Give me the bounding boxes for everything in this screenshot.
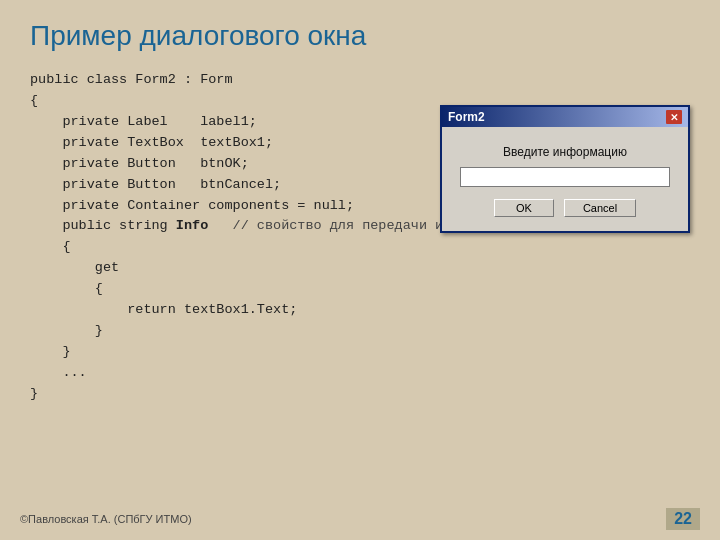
dialog-input-field[interactable]: [460, 167, 670, 187]
code-text: }: [30, 321, 103, 342]
dialog-label: Введите информацию: [503, 145, 627, 159]
code-line: return textBox1.Text;: [30, 300, 690, 321]
code-line: public class Form2 : Form: [30, 70, 690, 91]
code-text: private Button btnCancel;: [30, 175, 281, 196]
code-line: }: [30, 384, 690, 405]
code-text: }: [30, 384, 38, 405]
dialog-ok-button[interactable]: OK: [494, 199, 554, 217]
dialog-cancel-button[interactable]: Cancel: [564, 199, 636, 217]
code-line: }: [30, 321, 690, 342]
code-text: {: [30, 279, 103, 300]
dialog-titlebar: Form2 ✕: [442, 107, 688, 127]
dialog-window: Form2 ✕ Введите информацию OK Cancel: [440, 105, 690, 233]
footer-page-number: 22: [666, 508, 700, 530]
slide: Пример диалогового окна public class For…: [0, 0, 720, 540]
dialog-close-button[interactable]: ✕: [666, 110, 682, 124]
code-text: private Container components = null;: [30, 196, 354, 217]
code-line: get: [30, 258, 690, 279]
code-text: {: [30, 91, 38, 112]
code-line: }: [30, 342, 690, 363]
code-line: ...: [30, 363, 690, 384]
code-text: get: [30, 258, 119, 279]
code-text: return textBox1.Text;: [30, 300, 297, 321]
code-text: {: [30, 237, 71, 258]
footer-copyright: ©Павловская Т.А. (СПбГУ ИТМО): [20, 513, 192, 525]
code-line: {: [30, 279, 690, 300]
code-text: }: [30, 342, 71, 363]
code-text: private Button btnOK;: [30, 154, 249, 175]
bold-info: Info: [176, 218, 208, 233]
dialog-buttons: OK Cancel: [494, 199, 636, 217]
code-line: {: [30, 237, 690, 258]
code-text: private Label label1;: [30, 112, 257, 133]
dialog-body: Введите информацию OK Cancel: [442, 127, 688, 231]
code-text: public class Form2 : Form: [30, 70, 233, 91]
code-text: private TextBox textBox1;: [30, 133, 273, 154]
code-text: ...: [30, 363, 87, 384]
footer: ©Павловская Т.А. (СПбГУ ИТМО) 22: [20, 508, 700, 530]
dialog-title: Form2: [448, 110, 485, 124]
slide-title: Пример диалогового окна: [30, 20, 690, 52]
